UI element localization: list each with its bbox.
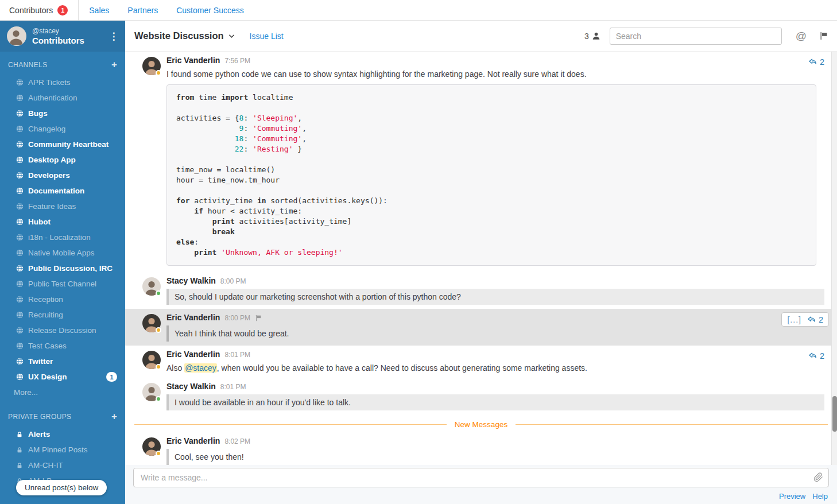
code-line: 9: 'Commuting', [176,123,807,134]
flagged-posts-icon[interactable] [819,32,828,40]
sidebar-item-changelog[interactable]: Changelog [0,121,125,137]
sidebar-item-public-discussion-irc[interactable]: Public Discussion, IRC [0,261,125,276]
channel-label: AM-CH-IT [28,461,117,470]
channel-label: Native Mobile Apps [28,249,117,257]
sidebar-item-i18n-localization[interactable]: i18n - Localization [0,230,125,245]
sidebar-item-feature-ideas[interactable]: Feature Ideas [0,199,125,214]
sidebar-item-authentication[interactable]: Authentication [0,90,125,106]
issue-list-link[interactable]: Issue List [250,32,284,41]
new-messages-divider: New Messages [134,420,828,429]
message-row: Eric Vanderlin8:01 PMAlso @stacey, when … [125,346,837,378]
team-link-customer-success[interactable]: Customer Success [176,6,243,15]
flag-icon[interactable] [255,315,262,321]
message-row: Eric Vanderlin7:56 PMI found some python… [125,52,837,272]
reply-count[interactable]: 2 [807,315,823,324]
globe-icon [16,265,24,272]
help-link[interactable]: Help [812,492,828,501]
sidebar-item-bugs[interactable]: Bugs [0,106,125,121]
globe-icon [16,296,24,303]
sidebar-group-alerts[interactable]: Alerts [0,427,125,442]
member-count[interactable]: 3 [584,32,600,41]
message-content: Eric Vanderlin8:00 PMYeah I think that w… [166,313,824,342]
avatar[interactable] [142,277,161,296]
channel-header-controls: 3 @ [584,28,828,45]
sidebar-item-native-mobile-apps[interactable]: Native Mobile Apps [0,245,125,261]
scrollbar-thumb[interactable] [832,396,837,432]
channel-title-dropdown[interactable]: Website Discussion [134,30,235,41]
sidebar-item-ux-design[interactable]: UX Design1 [0,369,125,385]
sidebar-item-test-cases[interactable]: Test Cases [0,338,125,354]
avatar[interactable] [142,437,161,456]
status-online-dot [156,290,161,296]
sidebar-item-desktop-app[interactable]: Desktop App [0,152,125,168]
sidebar-header[interactable]: @stacey Contributors ⋮ [0,21,125,52]
team-link-partners[interactable]: Partners [127,6,158,15]
message-meta: Eric Vanderlin7:56 PM [166,56,824,66]
avatar[interactable] [142,314,161,332]
timestamp: 8:01 PM [224,351,250,359]
author-name[interactable]: Eric Vanderlin [166,436,220,445]
sidebar-more-channels[interactable]: More... [0,385,125,400]
author-name[interactable]: Stacy Walkin [166,382,216,391]
message-actions-box: [...]2 [781,312,829,327]
team-link-sales[interactable]: Sales [89,6,109,15]
avatar[interactable] [142,57,161,75]
channel-label: Test Cases [28,342,117,350]
sidebar-item-developers[interactable]: Developers [0,168,125,183]
sidebar-item-recruiting[interactable]: Recruiting [0,307,125,323]
preview-link[interactable]: Preview [779,492,805,501]
author-name[interactable]: Eric Vanderlin [166,350,220,359]
message-meta: Stacy Walkin8:00 PM [166,276,824,286]
channel-title: Website Discussion [134,30,224,41]
globe-icon [16,311,24,319]
sidebar-menu-icon[interactable]: ⋮ [108,30,119,42]
attachment-icon[interactable] [813,472,823,482]
sidebar-item-release-discussion[interactable]: Release Discussion [0,323,125,338]
team-tab-contributors[interactable]: Contributors 1 [0,0,78,21]
author-name[interactable]: Eric Vanderlin [166,56,220,65]
reply-count[interactable]: 2 [808,57,824,67]
add-private-group-button[interactable]: + [111,412,117,421]
avatar[interactable] [142,383,161,401]
code-line: break [176,227,807,237]
code-line: print activities[activity_time] [176,216,807,227]
code-line: hour = time_now.tm_hour [176,175,807,185]
sidebar-item-apr-tickets[interactable]: APR Tickets [0,75,125,90]
sidebar-group-am-ch-it[interactable]: AM-CH-IT [0,458,125,473]
author-name[interactable]: Eric Vanderlin [166,313,220,322]
author-name[interactable]: Stacy Walkin [166,276,216,285]
sidebar-group-am-pinned-posts[interactable]: AM Pinned Posts [0,442,125,458]
status-away-dot [156,451,161,456]
globe-icon [16,187,24,195]
search-input[interactable] [610,28,782,45]
reply-icon [808,351,817,360]
code-line: activities = {8: 'Sleeping', [176,113,807,123]
reply-count[interactable]: 2 [808,351,824,360]
more-actions-button[interactable]: [...] [787,315,801,324]
code-line: print 'Unknown, AFK or sleeping!' [176,247,807,258]
team-tab-label: Contributors [9,6,53,15]
sidebar-item-community-heartbeat[interactable]: Community Heartbeat [0,137,125,152]
code-line: if hour < activity_time: [176,206,807,216]
sidebar-item-twitter[interactable]: Twitter [0,354,125,369]
lock-icon [16,462,24,469]
sidebar-item-hubot[interactable]: Hubot [0,214,125,230]
vertical-scrollbar[interactable] [831,52,837,465]
globe-icon [16,203,24,210]
unread-posts-toast[interactable]: Unread post(s) below [16,480,107,495]
sidebar-item-public-test-channel[interactable]: Public Test Channel [0,276,125,292]
mentions-icon[interactable]: @ [796,30,807,41]
globe-icon [16,327,24,334]
mention[interactable]: @stacey [184,363,217,373]
globe-icon [16,110,24,117]
add-channel-button[interactable]: + [111,60,117,69]
reply-count-value: 2 [820,351,824,360]
main-panel: Website Discussion Issue List 3 @ Eric V… [125,21,837,504]
sidebar-item-documentation[interactable]: Documentation [0,183,125,199]
avatar[interactable] [142,351,161,369]
sidebar-item-reception[interactable]: Reception [0,292,125,307]
message-input[interactable] [133,468,829,487]
message-content: Eric Vanderlin8:01 PMAlso @stacey, when … [166,350,824,374]
user-avatar[interactable] [7,26,26,46]
globe-icon [16,218,24,226]
